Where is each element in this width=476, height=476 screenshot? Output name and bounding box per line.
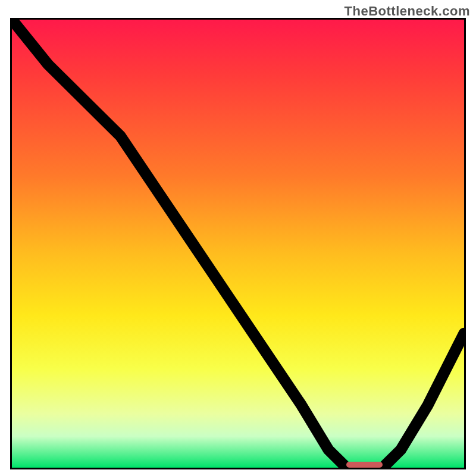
watermark-text: TheBottleneck.com: [345, 4, 470, 19]
bottleneck-curve: [12, 20, 464, 468]
chart-container: TheBottleneck.com: [0, 0, 476, 476]
curve-svg: [12, 20, 464, 468]
plot-area: [10, 18, 466, 469]
optimal-marker: [346, 462, 383, 468]
